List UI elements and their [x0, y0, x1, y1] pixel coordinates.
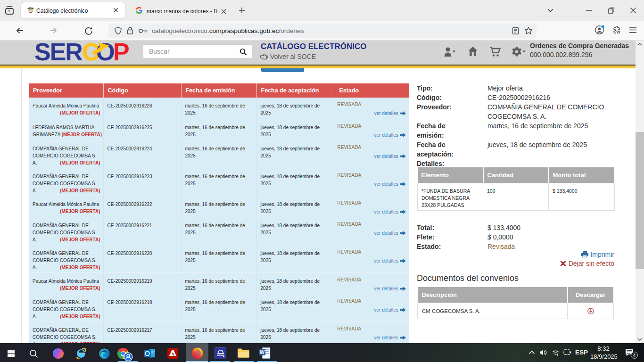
svg-text:W: W — [260, 349, 265, 355]
